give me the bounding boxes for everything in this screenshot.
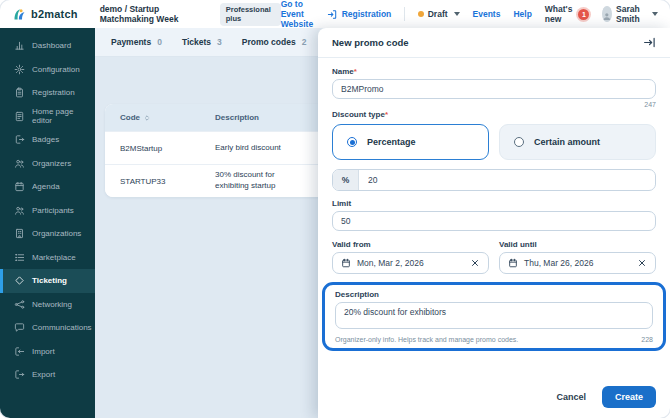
sidebar-item-participants[interactable]: Participants bbox=[0, 199, 95, 223]
sidebar-item-networking[interactable]: Networking bbox=[0, 293, 95, 317]
name-char-counter: 247 bbox=[332, 101, 656, 110]
discount-type-label-text: Discount type bbox=[332, 110, 385, 119]
valid-from-value: Mon, Mar 2, 2026 bbox=[357, 258, 464, 268]
whats-new-label: What's new bbox=[545, 4, 573, 24]
sidebar-item-agenda[interactable]: Agenda bbox=[0, 175, 95, 199]
sort-icon bbox=[143, 114, 151, 122]
sidebar-item-badges[interactable]: Badges bbox=[0, 128, 95, 152]
collapse-panel-button[interactable] bbox=[643, 36, 656, 49]
tab-count: 2 bbox=[302, 37, 307, 47]
clear-date-icon[interactable] bbox=[637, 258, 647, 268]
breadcrumb[interactable]: demo / Startup Matchmaking Week bbox=[100, 4, 210, 24]
logo-text: b2match bbox=[31, 8, 78, 20]
plan-badge: Professional plus bbox=[220, 3, 281, 26]
building-icon bbox=[14, 228, 25, 239]
sidebar-item-label: Networking bbox=[32, 300, 72, 309]
import-icon bbox=[14, 346, 25, 357]
discount-type-options: Percentage Certain amount bbox=[332, 124, 656, 160]
collapse-panel-icon bbox=[643, 36, 656, 49]
discount-type-certain-amount-option[interactable]: Certain amount bbox=[499, 124, 656, 160]
required-asterisk: * bbox=[385, 110, 388, 119]
create-button[interactable]: Create bbox=[602, 386, 656, 408]
whats-new-button[interactable]: What's new 1 bbox=[545, 4, 590, 24]
valid-from-group: Valid from Mon, Mar 2, 2026 bbox=[332, 240, 489, 274]
sidebar-item-registration[interactable]: Registration bbox=[0, 81, 95, 105]
list-icon bbox=[14, 252, 25, 263]
sidebar-item-import[interactable]: Import bbox=[0, 340, 95, 364]
valid-until-value: Thu, Mar 26, 2026 bbox=[524, 258, 631, 268]
sidebar: Dashboard Configuration Registration Hom… bbox=[0, 28, 95, 418]
sidebar-item-communications[interactable]: Communications bbox=[0, 316, 95, 340]
limit-input[interactable] bbox=[332, 211, 656, 231]
valid-from-label: Valid from bbox=[332, 240, 489, 249]
sidebar-item-label: Configuration bbox=[32, 65, 80, 74]
radio-selected-icon bbox=[347, 137, 357, 147]
sidebar-item-label: Organizers bbox=[32, 159, 71, 168]
sidebar-item-label: Ticketing bbox=[32, 276, 67, 285]
cell-description: Early bird discount bbox=[200, 139, 310, 158]
sidebar-item-organizations[interactable]: Organizations bbox=[0, 222, 95, 246]
registration-enter-icon bbox=[327, 9, 338, 20]
sidebar-item-label: Participants bbox=[32, 206, 74, 215]
limit-label: Limit bbox=[332, 199, 656, 208]
calendar-icon bbox=[341, 258, 351, 268]
sidebar-item-export[interactable]: Export bbox=[0, 363, 95, 387]
new-promo-code-drawer: New promo code Name* 247 Discount type* … bbox=[318, 28, 670, 418]
event-status-dropdown[interactable]: Draft bbox=[418, 9, 460, 19]
tab-label: Tickets bbox=[182, 37, 211, 47]
network-icon bbox=[14, 299, 25, 310]
sidebar-item-ticketing[interactable]: Ticketing bbox=[0, 269, 95, 293]
percent-prefix: % bbox=[333, 170, 359, 190]
people-icon bbox=[14, 158, 25, 169]
tab-tickets[interactable]: Tickets 3 bbox=[182, 37, 222, 47]
description-textarea[interactable]: 20% discount for exhibitors bbox=[335, 302, 653, 329]
sidebar-item-label: Communications bbox=[32, 323, 92, 332]
sidebar-item-organizers[interactable]: Organizers bbox=[0, 152, 95, 176]
valid-until-label: Valid until bbox=[499, 240, 656, 249]
calendar-icon bbox=[508, 258, 518, 268]
sidebar-item-dashboard[interactable]: Dashboard bbox=[0, 34, 95, 58]
cancel-button[interactable]: Cancel bbox=[556, 392, 586, 402]
valid-until-field[interactable]: Thu, Mar 26, 2026 bbox=[499, 252, 656, 274]
percentage-input[interactable] bbox=[359, 175, 655, 185]
help-link[interactable]: Help bbox=[513, 9, 531, 19]
valid-until-group: Valid until Thu, Mar 26, 2026 bbox=[499, 240, 656, 274]
sidebar-item-label: Import bbox=[32, 347, 55, 356]
events-link[interactable]: Events bbox=[473, 9, 501, 19]
person-icon bbox=[602, 10, 612, 22]
sidebar-item-label: Marketplace bbox=[32, 253, 76, 262]
tab-count: 3 bbox=[217, 37, 222, 47]
sidebar-item-label: Export bbox=[32, 370, 55, 379]
sidebar-item-label: Agenda bbox=[32, 182, 60, 191]
whats-new-count-badge: 1 bbox=[578, 9, 589, 20]
name-label-text: Name bbox=[332, 67, 354, 76]
option-label: Certain amount bbox=[534, 137, 600, 147]
user-name: Sarah Smith bbox=[616, 4, 646, 24]
sidebar-item-label: Badges bbox=[32, 135, 59, 144]
sidebar-item-label: Dashboard bbox=[32, 41, 71, 50]
clipboard-icon bbox=[14, 87, 25, 98]
tab-payments[interactable]: Payments 0 bbox=[111, 37, 162, 47]
sidebar-item-home-page-editor[interactable]: Home page editor bbox=[0, 105, 95, 129]
cell-code: STARTUP33 bbox=[105, 177, 200, 186]
sidebar-item-marketplace[interactable]: Marketplace bbox=[0, 246, 95, 270]
registration-link[interactable]: Registration bbox=[327, 9, 392, 20]
clear-date-icon[interactable] bbox=[470, 258, 480, 268]
required-asterisk: * bbox=[354, 67, 357, 76]
user-menu[interactable]: Sarah Smith bbox=[602, 4, 658, 24]
tab-promo-codes[interactable]: Promo codes 2 bbox=[242, 37, 307, 47]
people-icon bbox=[14, 205, 25, 216]
validity-dates: Valid from Mon, Mar 2, 2026 Valid until … bbox=[332, 240, 656, 274]
column-header-description[interactable]: Description bbox=[200, 113, 310, 122]
top-bar-right: Go to Event Website Registration Draft E… bbox=[281, 0, 658, 29]
name-input[interactable] bbox=[332, 79, 656, 99]
column-header-code[interactable]: Code bbox=[105, 113, 200, 122]
go-to-event-website-link[interactable]: Go to Event Website bbox=[281, 0, 314, 29]
b2match-logo[interactable]: b2match bbox=[12, 7, 78, 22]
valid-from-field[interactable]: Mon, Mar 2, 2026 bbox=[332, 252, 489, 274]
caret-down-icon bbox=[454, 12, 460, 16]
sidebar-item-configuration[interactable]: Configuration bbox=[0, 58, 95, 82]
dashboard-icon bbox=[14, 40, 25, 51]
discount-type-percentage-option[interactable]: Percentage bbox=[332, 124, 489, 160]
sidebar-item-label: Organizations bbox=[32, 229, 81, 238]
